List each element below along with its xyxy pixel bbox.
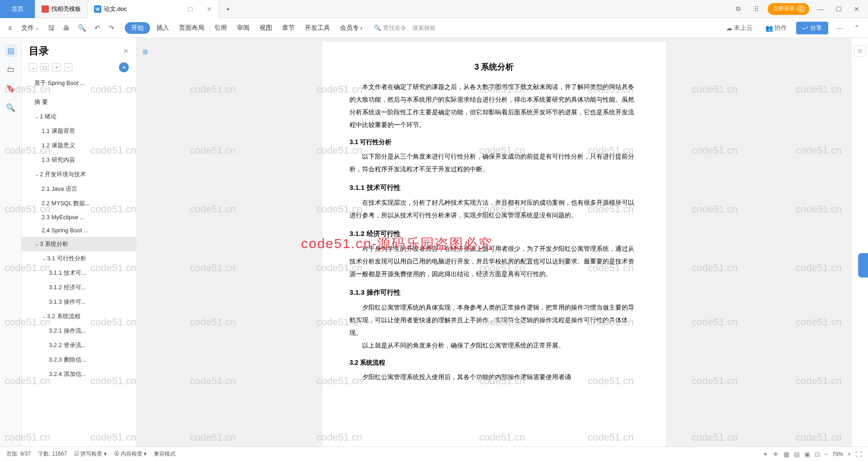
- spellcheck-toggle[interactable]: ☑ 拼写检查 ▾: [74, 450, 107, 458]
- popup-icon[interactable]: ▢: [188, 5, 193, 12]
- assist-icon[interactable]: ✦: [119, 62, 129, 72]
- outline-item[interactable]: ⌄2 开发环境与技术: [22, 167, 136, 182]
- left-sidebar: ▤ 🗀 🔖 🔍: [0, 38, 22, 447]
- view-web-icon[interactable]: ▦: [783, 451, 789, 458]
- docer-icon: [42, 5, 49, 13]
- login-button[interactable]: 立即登录: [768, 3, 809, 15]
- outline-item[interactable]: 2.3 MyEclipse ...: [22, 211, 136, 224]
- heading-31: 3.1 可行性分析: [349, 136, 639, 148]
- outline-item[interactable]: 3.2.4 添加信...: [22, 367, 136, 381]
- compat-mode[interactable]: 兼容模式: [154, 450, 175, 458]
- outline-icon[interactable]: ▤: [5, 44, 17, 57]
- close-window-icon[interactable]: ✕: [850, 2, 863, 16]
- tab-view[interactable]: 视图: [256, 22, 276, 34]
- tab-new[interactable]: ＋: [219, 0, 237, 18]
- heading-32: 3.2 系统流程: [349, 356, 639, 369]
- float-tab[interactable]: [858, 253, 868, 278]
- outline-item[interactable]: 1.1 课题背景: [22, 124, 136, 138]
- outline-item[interactable]: 3.2.1 操作流...: [22, 324, 136, 338]
- outline-item[interactable]: ⌄3.2 系统流程: [22, 309, 136, 324]
- file-menu[interactable]: 文件 ⌄: [18, 22, 42, 34]
- outline-item[interactable]: 2.2 MYSQL 数据...: [22, 196, 136, 211]
- tab-devtools[interactable]: 开发工具: [301, 22, 334, 34]
- maximize-icon[interactable]: ☐: [832, 2, 845, 16]
- print-icon[interactable]: 🖶: [60, 22, 72, 33]
- titlebar: 首页 找稻壳模板 W 论文.doc ▢ ✕ ＋ ⧉ ⠿ 立即登录 — ☐ ✕: [0, 0, 868, 18]
- minus-icon[interactable]: −: [64, 63, 72, 71]
- save-icon[interactable]: 🖫: [45, 22, 57, 33]
- expand-panel-icon[interactable]: ≡: [854, 45, 866, 57]
- paragraph: 在技术实现层次，分析了好几种技术实现方法，并且都有对应的成功案例，也有很多开源模…: [349, 196, 639, 221]
- page-indicator-icon[interactable]: 🗎: [142, 48, 149, 56]
- content-check[interactable]: ⦿ 内容检查 ▾: [114, 450, 147, 458]
- outline-item[interactable]: 3.1.1 技术可...: [22, 266, 136, 280]
- zoom-in-icon[interactable]: +: [848, 451, 851, 457]
- cloud-status[interactable]: ☁ 未上云: [722, 22, 756, 34]
- tab-label: 论文.doc: [104, 5, 127, 13]
- close-icon[interactable]: ✕: [207, 5, 212, 13]
- outline-item[interactable]: ⌄3 系统分析: [22, 237, 136, 251]
- document-viewport[interactable]: 🗎 3 系统分析 本文作者在确定了研究的课题之后，从各大数字图书馆下载文献来阅读…: [137, 38, 852, 447]
- outline-item[interactable]: ⌄3.1 可行性分析: [22, 251, 136, 266]
- bookmark-icon[interactable]: 🔖: [5, 82, 17, 95]
- fullscreen-icon[interactable]: ⛶: [855, 451, 862, 458]
- minimize-icon[interactable]: —: [814, 2, 827, 16]
- view-read-icon[interactable]: ▣: [804, 451, 810, 458]
- redo-icon[interactable]: ↷: [106, 22, 117, 34]
- undo-icon[interactable]: ↶: [92, 22, 103, 34]
- tab-document[interactable]: W 论文.doc ▢ ✕: [88, 0, 219, 18]
- tab-layout[interactable]: 页面布局: [175, 22, 208, 34]
- panel-toggle-icon[interactable]: ⧉: [731, 2, 745, 16]
- menu-icon[interactable]: ≡: [5, 22, 15, 33]
- right-rail: ≡: [852, 38, 868, 447]
- zoom-out-icon[interactable]: −: [825, 451, 828, 457]
- outline-item[interactable]: 3.1.3 操作可...: [22, 295, 136, 309]
- tab-ref[interactable]: 引用: [211, 22, 231, 34]
- document-page: 3 系统分析 本文作者在确定了研究的课题之后，从各大数字图书馆下载文献来阅读，并…: [322, 42, 666, 447]
- collapse-ribbon-icon[interactable]: ⌃: [851, 22, 863, 34]
- more-icon[interactable]: ⋯: [834, 22, 846, 34]
- paragraph: 以上就是从不同的角度来分析，确保了夕阳红公寓管理系统的正常开展。: [349, 339, 639, 352]
- fit-icon[interactable]: ⊡: [815, 451, 820, 458]
- tools-icon[interactable]: ✦: [763, 451, 768, 458]
- outline-item[interactable]: 1.2 课题意义: [22, 138, 136, 153]
- tab-review[interactable]: 审阅: [233, 22, 253, 34]
- tab-insert[interactable]: 插入: [153, 22, 173, 34]
- view-outline-icon[interactable]: ▤: [794, 451, 800, 458]
- avatar-icon: [797, 5, 806, 14]
- collapse-all-icon[interactable]: ⌄: [29, 63, 37, 71]
- paragraph: 夕阳红公寓管理系统的具体实现，本身参考人类的正常操作逻辑，把常用的操作习惯当做主…: [349, 301, 639, 339]
- tab-templates[interactable]: 找稻壳模板: [35, 0, 88, 18]
- word-count[interactable]: 字数: 11667: [38, 450, 67, 458]
- apps-icon[interactable]: ⠿: [750, 2, 763, 16]
- outline-item[interactable]: 2.4 Spring Boot ...: [22, 224, 136, 237]
- tab-home[interactable]: 首页: [0, 0, 35, 18]
- view-page-icon[interactable]: 👁: [773, 451, 779, 458]
- outline-item[interactable]: 摘 要: [22, 95, 136, 109]
- search-input[interactable]: 🔍 查找命令、搜索模板: [374, 24, 436, 32]
- outline-item[interactable]: 3.2.2 登录流...: [22, 338, 136, 353]
- close-panel-icon[interactable]: ✕: [123, 47, 129, 55]
- outline-panel: 目录 ✕ ⌄ ▢ + − ✦ 基于 Spring Boot ... 摘 要⌄1 …: [22, 38, 137, 447]
- share-button[interactable]: ⮐ 分享: [796, 22, 828, 34]
- heading-ch3: 3 系统分析: [349, 59, 639, 75]
- search-icon[interactable]: 🔍: [5, 101, 17, 114]
- outline-item[interactable]: ⌄1 绪论: [22, 109, 136, 124]
- tab-member[interactable]: 会员专 ›: [336, 22, 366, 34]
- zoom-level[interactable]: 70%: [832, 451, 843, 457]
- plus-icon[interactable]: +: [52, 63, 61, 71]
- outline-title: 目录: [29, 44, 49, 58]
- library-icon[interactable]: 🗀: [5, 63, 17, 76]
- wps-doc-icon: W: [94, 5, 101, 13]
- coop-button[interactable]: 👥 协作: [762, 22, 791, 34]
- page-status[interactable]: 页面: 9/37: [6, 450, 31, 458]
- outline-item[interactable]: 1.3 研究内容: [22, 153, 136, 167]
- outline-item[interactable]: 3.2.3 删除信...: [22, 353, 136, 367]
- preview-icon[interactable]: 🔍: [75, 22, 89, 34]
- tab-start[interactable]: 开始: [125, 22, 150, 34]
- outline-item[interactable]: 2.1 Java 语言: [22, 182, 136, 196]
- tab-chapter[interactable]: 章节: [278, 22, 298, 34]
- outline-item[interactable]: 3.1.2 经济可...: [22, 280, 136, 295]
- doc-title[interactable]: 基于 Spring Boot ...: [22, 76, 136, 90]
- box1-icon[interactable]: ▢: [41, 63, 49, 71]
